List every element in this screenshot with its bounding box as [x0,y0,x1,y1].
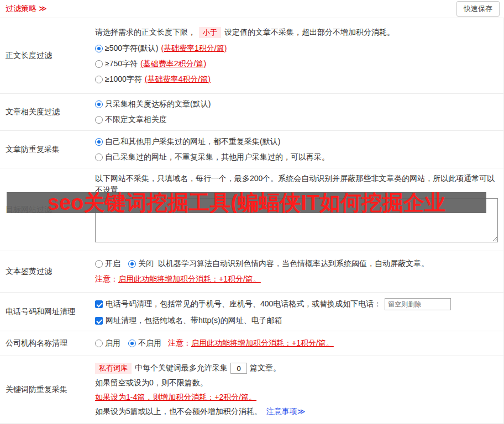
length-intro-pre: 请选择需求的正文长度下限， [95,28,196,38]
row-porn-filter: 文本鉴黄过滤 开启 关闭 以机器学习算法自动识别色情内容，当色情概率达到系统阈值… [0,251,504,293]
length-option-750: ≥750字符 (基础费率2积分/篇) [95,59,498,69]
keyword-note-cost: 如果设为1-4篇，则增加积分消耗：+2积分/篇。 [95,393,498,402]
keyword-note-unlimited: 如果留空或设为0，则不限篇数。 [95,378,498,388]
dedupe-option-1: 自己和其他用户采集过的网址，都不重复采集(默认) [95,137,498,147]
radio-750-chars[interactable] [95,60,103,68]
notes-link[interactable]: 注意事项≫ [266,407,306,417]
private-lexicon-tag[interactable]: 私有词库 [95,363,132,374]
relevance-option-2: 不限定文章相关度 [95,115,498,125]
row-content-keyword: 私有词库 中每个关键词最多允许采集 篇文章。 如果留空或设为0，则不限篇数。 如… [95,356,503,423]
radio-label-500: ≥500字符(默认) [105,44,158,54]
radio-label-1000: ≥1000字符 [105,75,142,84]
phone-replacement-input[interactable] [385,298,451,310]
radio-label-company-off: 不启用 [138,338,161,348]
cost-note-750: (基础费率2积分/篇) [140,59,206,69]
company-options-line: 启用 不启用 注意： 启用此功能将增加积分消耗：+1积分/篇。 [95,338,498,348]
keyword-note-free: 如果设为5篇或以上，也不会额外增加积分消耗。 注意事项≫ [95,407,498,417]
porn-note-line: 注意： 启用此功能将增加积分消耗：+1积分/篇。 [95,274,498,284]
radio-company-off[interactable] [128,340,136,347]
less-than-tag: 小于 [199,27,221,38]
radio-relevance-strict[interactable] [95,100,103,108]
row-label-porn: 文本鉴黄过滤 [0,251,95,292]
dedupe-option-2: 自己采集过的网址，不重复采集，其他用户采集过的，可以再采。 [95,152,498,162]
row-dedupe-collect: 文章防重复采集 自己和其他用户采集过的网址，都不重复采集(默认) 自己采集过的网… [0,131,504,168]
radio-1000-chars[interactable] [95,76,103,83]
quick-save-button[interactable]: 快速保存 [456,1,500,17]
row-content-company: 启用 不启用 注意： 启用此功能将增加积分消耗：+1积分/篇。 [95,331,503,356]
length-intro-post: 设定值的文章不采集，超出部分不增加积分消耗。 [224,28,395,38]
radio-dedupe-self-only[interactable] [95,153,103,161]
row-label-relevance: 文章相关度过滤 [0,94,95,130]
keyword-note-free-text: 如果设为5篇或以上，也不会额外增加积分消耗。 [95,407,262,417]
radio-label-porn-off: 关闭 [138,259,154,269]
max-collect-count-input[interactable] [230,363,247,374]
radio-label-porn-on: 开启 [105,259,120,269]
porn-description: 以机器学习算法自动识别色情内容，当色情概率达到系统阈值，自动屏蔽文章。 [158,259,429,269]
row-label-body-length: 正文长度过滤 [0,18,95,93]
radio-label-relevance-strict: 只采集相关度达标的文章(默认) [105,99,211,109]
row-relevance-filter: 文章相关度过滤 只采集相关度达标的文章(默认) 不限定文章相关度 [0,94,504,131]
company-note-body: 启用此功能将增加积分消耗：+1积分/篇。 [191,338,334,348]
page-header: 过滤策略 ≫ 快速保存 [0,0,504,18]
keyword-limit-text-end: 篇文章。 [250,363,281,373]
radio-porn-on[interactable] [95,260,103,268]
radio-label-dedupe-self-only: 自己采集过的网址，不重复采集，其他用户采集过的，可以再采。 [105,152,329,162]
checkbox-phone-clean[interactable] [95,300,103,308]
checkbox-url-clean[interactable] [95,317,103,325]
porn-note-prefix: 注意： [95,274,118,284]
row-body-length-filter: 正文长度过滤 请选择需求的正文长度下限， 小于 设定值的文章不采集，超出部分不增… [0,18,504,94]
length-option-1000: ≥1000字符 (基础费率4积分/篇) [95,75,498,84]
cost-note-500: (基础费率1积分/篇) [161,44,227,54]
radio-label-dedupe-all-users: 自己和其他用户采集过的网址，都不重复采集(默认) [105,137,280,147]
radio-porn-off[interactable] [128,260,136,268]
porn-options-line: 开启 关闭 以机器学习算法自动识别色情内容，当色情概率达到系统阈值，自动屏蔽文章… [95,259,498,269]
radio-dedupe-all-users[interactable] [95,138,103,146]
row-content-porn: 开启 关闭 以机器学习算法自动识别色情内容，当色情概率达到系统阈值，自动屏蔽文章… [95,251,503,292]
phone-clean-line: 电话号码清理，包括常见的手机号、座机号、400电话格式，或替换成如下电话： [95,298,498,310]
keyword-note-cost-text: 如果设为1-4篇，则增加积分消耗：+2积分/篇。 [95,393,256,402]
row-keyword-dedupe: 关键词防重复采集 私有词库 中每个关键词最多允许采集 篇文章。 如果留空或设为0… [0,356,504,424]
page-title[interactable]: 过滤策略 ≫ [6,4,47,14]
radio-label-company-on: 启用 [105,338,120,348]
url-clean-line: 网址清理，包括纯域名、带http(s)的网址、电子邮箱 [95,316,498,326]
row-label-keyword: 关键词防重复采集 [0,356,95,423]
porn-note-body: 启用此功能将增加积分消耗：+1积分/篇。 [118,274,261,284]
row-content-dedupe: 自己和其他用户采集过的网址，都不重复采集(默认) 自己采集过的网址，不重复采集，… [95,131,503,168]
row-phone-url-clean: 电话号码和网址清理 电话号码清理，包括常见的手机号、座机号、400电话格式，或替… [0,293,504,331]
row-label-company: 公司机构名称清理 [0,331,95,356]
radio-company-on[interactable] [95,340,103,347]
cost-note-1000: (基础费率4积分/篇) [145,75,211,84]
radio-500-chars[interactable] [95,45,103,52]
company-note-prefix: 注意： [168,338,191,348]
row-label-dedupe: 文章防重复采集 [0,131,95,168]
row-label-phone-url: 电话号码和网址清理 [0,293,95,331]
checkbox-label-phone-clean: 电话号码清理，包括常见的手机号、座机号、400电话格式，或替换成如下电话： [106,299,381,309]
row-company-name-clean: 公司机构名称清理 启用 不启用 注意： 启用此功能将增加积分消耗：+1积分/篇。 [0,331,504,356]
row-content-phone-url: 电话号码清理，包括常见的手机号、座机号、400电话格式，或替换成如下电话： 网址… [95,293,503,331]
keyword-limit-text: 中每个关键词最多允许采集 [135,363,228,373]
radio-label-750: ≥750字符 [105,59,138,69]
relevance-option-1: 只采集相关度达标的文章(默认) [95,99,498,109]
keyword-note-unlimited-text: 如果留空或设为0，则不限篇数。 [95,378,208,388]
radio-relevance-any[interactable] [95,116,103,124]
length-intro-line: 请选择需求的正文长度下限， 小于 设定值的文章不采集，超出部分不增加积分消耗。 [95,27,498,38]
radio-label-relevance-any: 不限定文章相关度 [105,115,167,125]
checkbox-label-url-clean: 网址清理，包括纯域名、带http(s)的网址、电子邮箱 [106,316,282,326]
row-content-relevance: 只采集相关度达标的文章(默认) 不限定文章相关度 [95,94,503,130]
keyword-limit-line: 私有词库 中每个关键词最多允许采集 篇文章。 [95,363,498,374]
watermark-banner: seo关键词挖掘工具(蝙蝠侠IT如何挖掘企业 [7,192,486,213]
row-content-body-length: 请选择需求的正文长度下限， 小于 设定值的文章不采集，超出部分不增加积分消耗。 … [95,18,503,93]
length-option-500: ≥500字符(默认) (基础费率1积分/篇) [95,44,498,54]
